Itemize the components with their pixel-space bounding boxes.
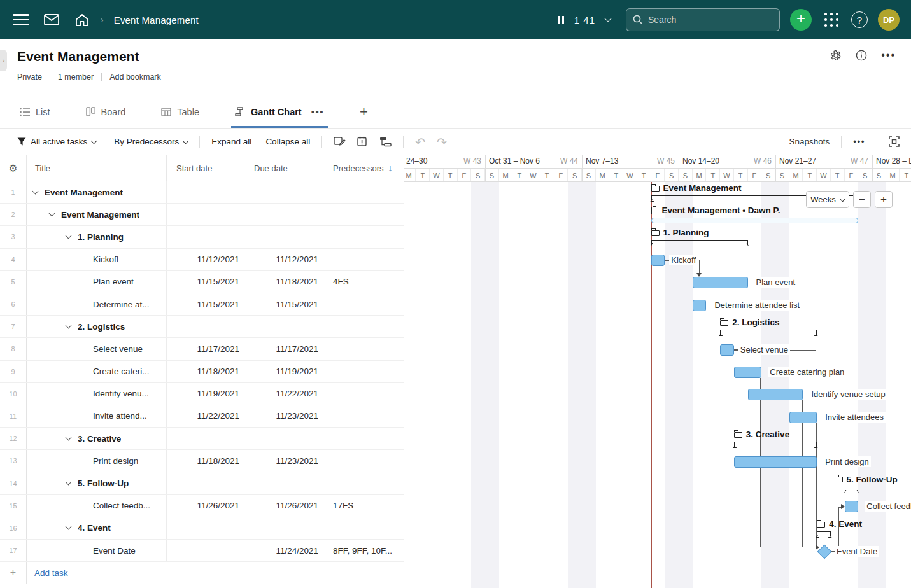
gantt-bar[interactable] — [734, 456, 817, 468]
gantt-group-label[interactable]: Event Management — [651, 183, 742, 193]
table-row[interactable]: 8Select venue11/17/202111/17/2021 — [0, 338, 404, 360]
gantt-group-label[interactable]: Event Management • Dawn P. — [651, 206, 780, 215]
collapse-chevron-icon[interactable] — [32, 188, 39, 194]
create-button[interactable]: + — [790, 9, 812, 31]
gantt-bar[interactable] — [693, 300, 707, 311]
predecessors-cell[interactable] — [325, 226, 404, 248]
table-row[interactable]: 11Invite attend...11/22/202111/23/2021 — [0, 405, 404, 428]
predecessors-cell[interactable]: 4FS — [325, 271, 404, 293]
column-header-due-date[interactable]: Due date — [246, 155, 325, 181]
predecessors-cell[interactable] — [325, 428, 404, 449]
table-row[interactable]: 13Print design11/18/202111/23/2021 — [0, 450, 404, 472]
collapse-chevron-icon[interactable] — [49, 210, 55, 216]
predecessors-cell[interactable] — [325, 383, 404, 405]
table-row[interactable]: 72. Logistics — [0, 316, 404, 338]
redo-button[interactable]: ↷ — [437, 135, 447, 149]
due-date-cell[interactable] — [246, 204, 325, 225]
gantt-bar[interactable] — [651, 255, 665, 266]
gantt-bar[interactable] — [693, 277, 748, 288]
gantt-group-bracket[interactable] — [651, 240, 748, 245]
table-row[interactable]: 2Event Management — [0, 204, 404, 226]
predecessors-cell[interactable] — [325, 316, 404, 337]
baseline-icon[interactable] — [334, 136, 346, 147]
collapse-chevron-icon[interactable] — [66, 322, 72, 328]
predecessors-cell[interactable] — [325, 338, 404, 360]
due-date-cell[interactable] — [246, 472, 325, 494]
start-date-cell[interactable]: 11/12/2021 — [167, 249, 246, 270]
due-date-cell[interactable]: 11/17/2021 — [246, 338, 325, 360]
predecessors-cell[interactable] — [325, 293, 404, 315]
column-header-start-date[interactable]: Start date — [167, 155, 246, 181]
start-date-cell[interactable] — [167, 226, 246, 248]
table-row[interactable]: 145. Follow-Up — [0, 472, 404, 494]
table-row[interactable]: 10Identify venu...11/19/202111/22/2021 — [0, 383, 404, 405]
due-date-cell[interactable]: 11/23/2021 — [246, 405, 325, 427]
gantt-bar[interactable] — [734, 367, 761, 378]
predecessors-cell[interactable] — [325, 517, 404, 539]
zoom-out-button[interactable]: − — [853, 191, 871, 208]
start-date-cell[interactable]: 11/15/2021 — [167, 293, 246, 315]
table-row[interactable]: 164. Event — [0, 517, 404, 540]
table-row[interactable]: 4Kickoff11/12/202111/12/2021 — [0, 249, 404, 271]
add-task-link[interactable]: Add task — [27, 568, 68, 578]
task-title-cell[interactable]: Select venue — [27, 338, 167, 360]
collapse-all-button[interactable]: Collapse all — [265, 137, 310, 146]
start-date-cell[interactable] — [167, 540, 246, 561]
start-date-cell[interactable] — [167, 472, 246, 494]
settings-icon[interactable] — [830, 50, 842, 61]
due-date-cell[interactable]: 11/15/2021 — [246, 293, 325, 315]
table-row[interactable]: 123. Creative — [0, 428, 404, 450]
timer-value[interactable]: 1 41 — [574, 15, 595, 25]
table-row[interactable]: 15Collect feedb...11/26/202111/26/202117… — [0, 495, 404, 517]
gantt-group-bracket[interactable] — [720, 330, 817, 335]
task-title-cell[interactable]: Plan event — [27, 271, 167, 293]
table-row[interactable]: 17Event Date11/24/20218FF, 9FF, 10F... — [0, 540, 404, 562]
members-label[interactable]: 1 member — [58, 73, 94, 81]
more-options-icon[interactable]: ••• — [881, 50, 896, 61]
add-task-row[interactable]: +Add task — [0, 562, 404, 584]
due-date-cell[interactable]: 11/24/2021 — [246, 540, 325, 561]
avatar[interactable]: DP — [878, 9, 900, 31]
milestone-diamond[interactable] — [817, 544, 832, 559]
due-date-cell[interactable]: 11/19/2021 — [246, 361, 325, 382]
collapse-chevron-icon[interactable] — [66, 434, 72, 440]
search-box[interactable] — [626, 8, 780, 31]
due-date-cell[interactable]: 11/23/2021 — [246, 450, 325, 472]
task-title-cell[interactable]: Print design — [27, 450, 167, 472]
zoom-unit-select[interactable]: Weeks — [806, 191, 849, 208]
start-date-cell[interactable] — [167, 181, 246, 203]
gantt-group-label[interactable]: 5. Follow-Up — [835, 475, 898, 484]
gantt-bar[interactable] — [748, 389, 803, 400]
gantt-group-bracket[interactable] — [651, 218, 859, 223]
gantt-group-bracket[interactable] — [845, 487, 859, 492]
due-date-cell[interactable] — [246, 181, 325, 203]
add-view-button[interactable]: + — [360, 95, 368, 128]
task-title-cell[interactable]: Collect feedb... — [27, 495, 167, 517]
expand-all-button[interactable]: Expand all — [211, 137, 251, 146]
apps-grid-icon[interactable] — [822, 10, 841, 29]
timer-pause-icon[interactable] — [558, 16, 564, 24]
undo-button[interactable]: ↶ — [415, 135, 425, 149]
home-icon[interactable] — [74, 11, 90, 28]
help-icon[interactable]: ? — [851, 11, 868, 28]
fullscreen-icon[interactable] — [889, 136, 900, 147]
predecessors-cell[interactable]: 17FS — [325, 495, 404, 517]
tab-list[interactable]: List — [17, 95, 53, 128]
due-date-cell[interactable] — [246, 226, 325, 248]
menu-icon[interactable] — [13, 14, 29, 25]
task-title-cell[interactable]: Create cateri... — [27, 361, 167, 382]
gantt-group-bracket[interactable] — [734, 442, 817, 447]
mail-icon[interactable] — [43, 11, 60, 28]
due-date-cell[interactable]: 11/12/2021 — [246, 249, 325, 270]
column-header-predecessors[interactable]: Predecessors ↓ — [325, 155, 404, 181]
collapse-chevron-icon[interactable] — [66, 479, 72, 486]
due-date-cell[interactable]: 11/18/2021 — [246, 271, 325, 293]
start-date-cell[interactable] — [167, 428, 246, 449]
predecessors-cell[interactable] — [325, 361, 404, 382]
due-date-cell[interactable]: 11/22/2021 — [246, 383, 325, 405]
start-date-cell[interactable]: 11/19/2021 — [167, 383, 246, 405]
task-title-cell[interactable]: Kickoff — [27, 249, 167, 270]
task-title-cell[interactable]: 1. Planning — [27, 226, 167, 248]
tab-table[interactable]: Table — [159, 95, 202, 128]
timer-chevron-icon[interactable] — [604, 15, 611, 22]
